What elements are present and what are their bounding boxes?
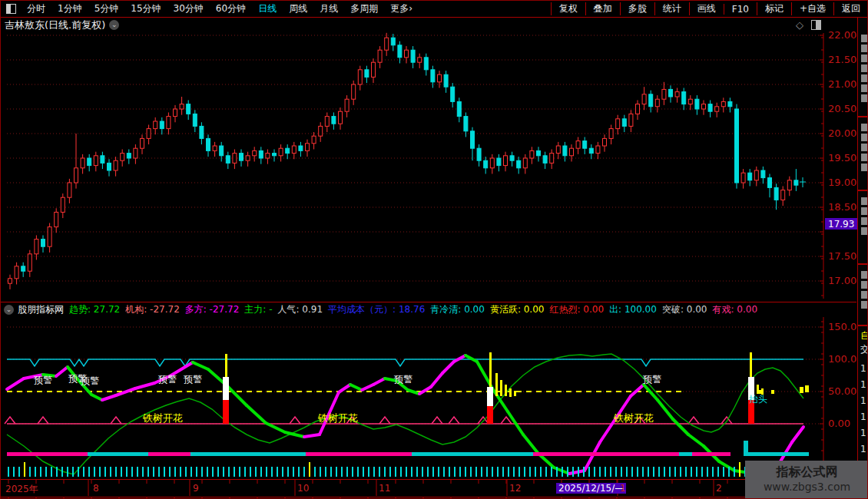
thick-curve-segment	[362, 385, 373, 390]
collapse-chevron-icon[interactable]: ⌄	[4, 305, 14, 315]
candle	[345, 99, 349, 111]
candle	[708, 104, 712, 112]
y-axis-label: 22.00	[828, 29, 856, 41]
candle	[457, 101, 461, 116]
candle	[583, 141, 587, 149]
candle	[589, 148, 593, 153]
candle	[715, 107, 719, 111]
indicator-field-7: 黄活跃: 0.00	[490, 304, 545, 315]
candle	[636, 104, 640, 114]
candle	[609, 129, 613, 139]
candle	[101, 156, 104, 164]
sidebar-glyph-fragment	[861, 55, 867, 62]
thick-curve-segment	[631, 385, 644, 396]
chart-canvas[interactable]: 22.0021.5021.0020.5020.0019.5019.0018.50…	[1, 1, 868, 499]
y-axis-label: 21.50	[828, 54, 856, 65]
candle	[398, 45, 402, 58]
candle	[233, 154, 237, 164]
right-sidebar[interactable]: 自交111111	[857, 18, 868, 499]
cyan-spike	[744, 441, 748, 455]
candle	[200, 126, 204, 138]
candle	[147, 129, 151, 139]
app-window: 分时1分钟5分钟15分钟30分钟60分钟日线周线月线多周期更多› 复权叠加多股统…	[0, 0, 868, 499]
candle	[490, 158, 494, 168]
thick-curve-segment	[350, 385, 362, 390]
watermark-url: www.zbgs3.com	[745, 481, 868, 493]
sidebar-glyph-fragment	[861, 124, 867, 131]
alert-label: 预警	[394, 374, 412, 385]
sidebar-glyph-fragment	[861, 64, 867, 72]
candle	[629, 114, 633, 126]
candle	[246, 156, 250, 160]
candle	[114, 160, 118, 170]
thick-curve-segment	[408, 390, 419, 394]
candle	[193, 114, 197, 126]
time-axis[interactable]: 2025年891011122025/12/15/—12	[1, 479, 856, 497]
hist-bar-yellow	[500, 380, 502, 396]
indicator-field-2: 多方: -27.72	[185, 304, 240, 315]
time-label-7: 1	[620, 483, 626, 494]
signal-triangle	[379, 417, 390, 424]
hist-bar-yellow	[750, 352, 752, 377]
thick-curve-segment	[585, 442, 600, 471]
indicator-field-5: 平均成本（元）: 18.76	[328, 304, 425, 315]
sidebar-char: 1	[860, 411, 868, 422]
candle	[213, 146, 217, 150]
candle	[94, 156, 98, 166]
watermark-title: 指标公式网	[745, 464, 868, 481]
y-axis-label: 19.50	[828, 152, 856, 164]
candle	[497, 158, 501, 166]
signal-triangle	[290, 417, 300, 424]
candle	[781, 190, 785, 200]
candle	[662, 89, 666, 99]
hist-bar-yellow	[514, 391, 516, 396]
candle	[378, 50, 382, 62]
candle	[405, 50, 409, 58]
candle	[299, 146, 303, 150]
thick-curve-segment	[465, 355, 477, 362]
candle	[669, 89, 673, 97]
candle	[622, 119, 626, 127]
candle	[761, 170, 765, 178]
candle	[286, 148, 290, 153]
hist-bar-yellow	[489, 352, 492, 387]
ribbon-segment	[190, 452, 306, 456]
candle	[273, 154, 277, 156]
hist-bar-white	[487, 387, 493, 406]
sidebar-glyph-fragment	[861, 271, 867, 279]
candle	[15, 266, 18, 279]
candle	[325, 117, 329, 127]
sidebar-glyph-fragment	[861, 74, 867, 82]
candle	[517, 160, 521, 168]
thick-curve-segment	[508, 411, 523, 435]
candle	[748, 173, 752, 180]
sidebar-glyph-fragment	[861, 134, 867, 141]
candle	[787, 180, 791, 190]
flower-label: 铁树开花	[613, 412, 654, 424]
candle	[523, 158, 527, 168]
candle	[339, 111, 343, 124]
time-label-5: 12	[509, 483, 521, 494]
indicator-field-0: 趋势: 27.72	[69, 304, 120, 315]
y-axis-label: 20.00	[828, 127, 856, 139]
sidebar-separator	[858, 116, 868, 117]
candle	[741, 173, 745, 183]
candle	[292, 146, 296, 154]
candle	[477, 148, 481, 160]
time-label-8: 2	[716, 483, 722, 494]
candle	[226, 156, 230, 164]
candle	[127, 154, 131, 158]
ind-axis-label: 50.00	[828, 385, 856, 397]
candle	[418, 58, 422, 62]
sidebar-char: 交	[860, 343, 868, 356]
candle	[444, 74, 448, 87]
sidebar-glyph-fragment	[861, 45, 867, 52]
hist-bar-yellow	[225, 354, 227, 377]
alert-label: 预警	[81, 375, 99, 386]
sidebar-glyph-fragment	[861, 291, 867, 299]
candle	[530, 150, 534, 158]
time-label-6: 2025/12/15/—	[556, 483, 626, 494]
sidebar-glyph-fragment	[861, 207, 867, 215]
candle	[484, 160, 488, 168]
candle	[319, 126, 323, 136]
